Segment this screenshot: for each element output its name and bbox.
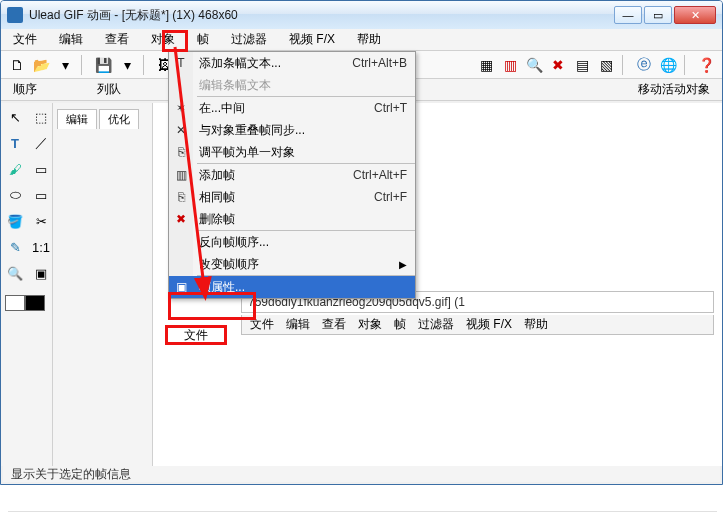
maximize-button[interactable]: ▭: [644, 6, 672, 24]
submenu-arrow-icon: ▶: [399, 259, 407, 270]
brush-icon[interactable]: 🖌: [5, 159, 25, 179]
tool-e-icon[interactable]: ▤: [572, 55, 592, 75]
color-swatch[interactable]: [5, 295, 51, 311]
tool-b-icon[interactable]: ▥: [500, 55, 520, 75]
tab-optimize[interactable]: 优化: [99, 109, 139, 129]
dropdown2-icon[interactable]: ▾: [117, 55, 137, 75]
open-icon[interactable]: 📂: [31, 55, 51, 75]
menu-object[interactable]: 对象: [147, 29, 179, 50]
world-icon[interactable]: 🌐: [658, 55, 678, 75]
inner-menu-view[interactable]: 查看: [322, 316, 346, 333]
select-icon[interactable]: ⬚: [31, 107, 51, 127]
inner-menu-edit[interactable]: 编辑: [286, 316, 310, 333]
line-icon[interactable]: ／: [31, 133, 51, 153]
tool-c-icon[interactable]: 🔍: [524, 55, 544, 75]
fill-icon[interactable]: 🪣: [5, 211, 25, 231]
save-icon[interactable]: 💾: [93, 55, 113, 75]
menu-videofx[interactable]: 视频 F/X: [285, 29, 339, 50]
zoom-icon[interactable]: 🔍: [5, 263, 25, 283]
menu-filter[interactable]: 过滤器: [227, 29, 271, 50]
pointer-icon[interactable]: ↖: [5, 107, 25, 127]
tool-f-icon[interactable]: ▧: [596, 55, 616, 75]
menubar: 文件 编辑 查看 对象 帧 过滤器 视频 F/X 帮助: [1, 29, 722, 51]
left-panel: 编辑 优化: [53, 103, 153, 466]
inner-menu-help[interactable]: 帮助: [524, 316, 548, 333]
del-icon: ✖: [173, 211, 189, 227]
menu-file[interactable]: 文件: [9, 29, 41, 50]
menu-split-single[interactable]: ⎘ 调平帧为单一对象: [169, 141, 415, 163]
seq-label: 顺序: [13, 81, 37, 98]
menu-reverse-order[interactable]: 反向帧顺序...: [169, 231, 415, 253]
text-icon: T: [173, 55, 189, 71]
menu-change-order[interactable]: 改变帧顺序 ▶: [169, 253, 415, 275]
sync-icon: ✕: [173, 122, 189, 138]
inner-file-tab[interactable]: 文件: [165, 325, 227, 345]
add-icon: ▥: [173, 167, 189, 183]
frame-dropdown: T 添加条幅文本... Ctrl+Alt+B 编辑条幅文本 ✶ 在...中间 C…: [168, 51, 416, 299]
inner-menu-videofx[interactable]: 视频 F/X: [466, 316, 512, 333]
picker-icon[interactable]: ✎: [5, 237, 25, 257]
rect-icon[interactable]: ▭: [31, 185, 51, 205]
inner-menu-filter[interactable]: 过滤器: [418, 316, 454, 333]
menu-sync-overlap[interactable]: ✕ 与对象重叠帧同步...: [169, 119, 415, 141]
menu-del-frame[interactable]: ✖ 删除帧: [169, 208, 415, 230]
app-icon: [7, 7, 23, 23]
menu-edit[interactable]: 编辑: [55, 29, 87, 50]
statusbar: 显示关于选定的帧信息: [3, 466, 720, 482]
menu-help[interactable]: 帮助: [353, 29, 385, 50]
menu-view[interactable]: 查看: [101, 29, 133, 50]
menu-add-banner-text[interactable]: T 添加条幅文本... Ctrl+Alt+B: [169, 52, 415, 74]
new-icon[interactable]: 🗋: [7, 55, 27, 75]
menu-frame-props[interactable]: ▣ 帧属性...: [169, 276, 415, 298]
tool-d-icon[interactable]: ✖: [548, 55, 568, 75]
queue-label: 列队: [97, 81, 121, 98]
move-label: 移动活动对象: [638, 81, 710, 98]
minimize-button[interactable]: —: [614, 6, 642, 24]
inner-menu-object[interactable]: 对象: [358, 316, 382, 333]
titlebar: Ulead GIF 动画 - [无标题*] (1X) 468x60 — ▭ ✕: [1, 1, 722, 29]
ie-icon[interactable]: ⓔ: [634, 55, 654, 75]
inner-menu-file[interactable]: 文件: [250, 316, 274, 333]
app-window: Ulead GIF 动画 - [无标题*] (1X) 468x60 — ▭ ✕ …: [0, 0, 723, 485]
menu-dup-frame[interactable]: ⎘ 相同帧 Ctrl+F: [169, 186, 415, 208]
text-icon[interactable]: T: [5, 133, 25, 153]
lower-border: [8, 488, 717, 512]
close-button[interactable]: ✕: [674, 6, 716, 24]
inner-menu-frame[interactable]: 帧: [394, 316, 406, 333]
tab-edit[interactable]: 编辑: [57, 109, 97, 129]
between-icon: ✶: [173, 100, 189, 116]
dup-icon: ⎘: [173, 189, 189, 205]
props-icon: ▣: [173, 279, 189, 295]
menu-add-frame[interactable]: ▥ 添加帧 Ctrl+Alt+F: [169, 164, 415, 186]
ratio-icon[interactable]: 1:1: [31, 237, 51, 257]
help-icon[interactable]: ❓: [696, 55, 716, 75]
ellipse-icon[interactable]: ⬭: [5, 185, 25, 205]
tool-a-icon[interactable]: ▦: [476, 55, 496, 75]
crop-icon[interactable]: ✂: [31, 211, 51, 231]
side-toolbox: ↖ ⬚ T ／ 🖌 ▭ ⬭ ▭ 🪣 ✂ ✎ 1:1 🔍 ▣: [1, 103, 53, 466]
menu-edit-banner-text[interactable]: 编辑条幅文本: [169, 74, 415, 96]
fit-icon[interactable]: ▣: [31, 263, 51, 283]
dropdown-icon[interactable]: ▾: [55, 55, 75, 75]
menu-frame[interactable]: 帧: [193, 29, 213, 50]
window-title: Ulead GIF 动画 - [无标题*] (1X) 468x60: [29, 7, 614, 24]
split-icon: ⎘: [173, 144, 189, 160]
inner-menubar: 文件 编辑 查看 对象 帧 过滤器 视频 F/X 帮助: [241, 315, 714, 335]
menu-between[interactable]: ✶ 在...中间 Ctrl+T: [169, 97, 415, 119]
eraser-icon[interactable]: ▭: [31, 159, 51, 179]
